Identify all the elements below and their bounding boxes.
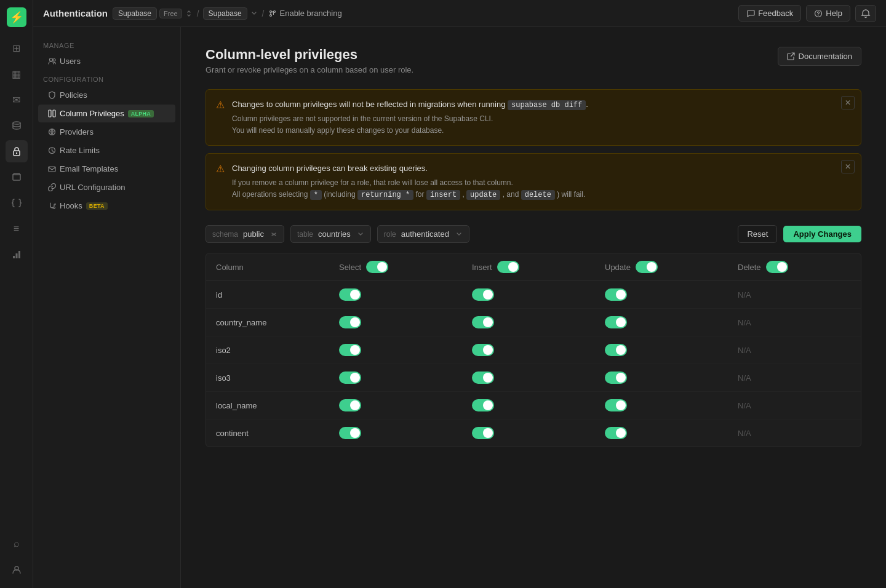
svg-rect-15: [53, 110, 55, 117]
page-header: Column-level privileges Grant or revoke …: [206, 47, 861, 74]
alert-2-desc: If you remove a column privilege for a r…: [232, 177, 851, 201]
sidebar-hooks-label: Hooks: [60, 201, 82, 210]
alert-query-warning: ⚠ Changing column privileges can break e…: [206, 153, 861, 210]
main-content: Column-level privileges Grant or revoke …: [181, 27, 886, 588]
content-area: Column-level privileges Grant or revoke …: [181, 27, 886, 588]
toggle-select-continent[interactable]: [339, 427, 361, 439]
sidebar-section-manage: Manage: [33, 37, 180, 52]
col-header-column: Column: [206, 253, 329, 280]
cell-col-local-name: local_name: [206, 394, 329, 418]
breadcrumb-sep-2: /: [262, 9, 265, 18]
alert-2-close-btn[interactable]: ✕: [841, 160, 855, 173]
branch-icon: [268, 9, 277, 18]
toggle-insert-iso3[interactable]: [472, 371, 494, 384]
sidebar-item-url-config[interactable]: URL Configuration: [38, 178, 175, 196]
toggle-select-iso2[interactable]: [339, 344, 361, 356]
users-icon: [48, 57, 56, 65]
privileges-table: Column Select Insert: [206, 253, 861, 447]
nav-profile-icon[interactable]: [6, 558, 28, 581]
toggle-select-country-name[interactable]: [339, 316, 361, 328]
svg-point-13: [53, 59, 55, 62]
warning-icon-1: ⚠: [216, 99, 225, 137]
role-selector[interactable]: role authenticated: [377, 225, 469, 243]
help-icon: [814, 9, 823, 18]
svg-point-0: [13, 122, 20, 124]
feedback-icon: [746, 9, 755, 18]
nav-table-icon[interactable]: ▦: [6, 63, 28, 85]
select-all-toggle[interactable]: [366, 261, 388, 273]
toggle-select-id[interactable]: [339, 288, 361, 301]
app-logo[interactable]: ⚡: [7, 7, 26, 27]
sidebar-item-column-privileges[interactable]: Column Privileges ALPHA: [38, 105, 175, 122]
page-header-text: Column-level privileges Grant or revoke …: [206, 47, 413, 74]
toggle-select-local-name[interactable]: [339, 399, 361, 411]
sidebar-item-rate-limits[interactable]: Rate Limits: [38, 141, 175, 159]
toggle-update-iso2[interactable]: [605, 344, 627, 356]
insert-all-toggle[interactable]: [497, 261, 519, 273]
documentation-btn[interactable]: Documentation: [778, 47, 861, 66]
nav-inbox-icon[interactable]: ✉: [6, 89, 28, 111]
sidebar: Manage Users Configuration Policies: [33, 27, 181, 588]
toggle-update-id[interactable]: [605, 288, 627, 301]
role-value: authenticated: [401, 229, 449, 239]
nav-reports-icon[interactable]: [6, 244, 28, 266]
sidebar-item-policies[interactable]: Policies: [38, 86, 175, 104]
toggle-select-iso3[interactable]: [339, 371, 361, 384]
role-label: role: [384, 230, 396, 239]
apply-changes-btn[interactable]: Apply Changes: [783, 226, 861, 242]
table-row: iso3 N/A: [206, 364, 861, 392]
sidebar-item-providers[interactable]: Providers: [38, 123, 175, 141]
nav-auth-icon[interactable]: [6, 140, 28, 162]
delete-all-toggle[interactable]: [766, 261, 788, 273]
nav-functions-icon[interactable]: [6, 192, 28, 214]
nav-logs-icon[interactable]: ≡: [6, 218, 28, 240]
toggle-insert-local-name[interactable]: [472, 399, 494, 411]
columns-icon: [48, 109, 56, 117]
svg-point-12: [50, 58, 53, 62]
sidebar-item-hooks[interactable]: Hooks BETA: [38, 197, 175, 215]
nav-storage-icon[interactable]: [6, 166, 28, 188]
help-btn[interactable]: Help: [806, 5, 850, 22]
breadcrumb-supabase-1: Supabase: [113, 7, 157, 20]
nav-database-icon[interactable]: [6, 114, 28, 137]
nav-search-icon[interactable]: ⌕: [6, 533, 28, 555]
svg-rect-14: [49, 110, 51, 117]
breadcrumb-supabase-2: Supabase: [203, 7, 247, 20]
col-header-update-label: Update: [605, 263, 631, 272]
breadcrumb-org[interactable]: Supabase: [203, 7, 258, 20]
alpha-badge: ALPHA: [128, 110, 154, 117]
cell-select-continent: [329, 419, 462, 447]
email-icon: [48, 165, 56, 173]
sidebar-providers-label: Providers: [60, 127, 94, 137]
alert-1-close-btn[interactable]: ✕: [841, 96, 855, 109]
svg-rect-4: [15, 253, 17, 258]
cell-select-iso3: [329, 364, 462, 391]
breadcrumb-project[interactable]: Supabase Free: [113, 7, 193, 20]
col-header-insert: Insert: [462, 253, 595, 280]
cell-delete-continent: N/A: [728, 421, 861, 445]
enable-branching-btn[interactable]: Enable branching: [268, 9, 342, 18]
policies-icon: [48, 91, 56, 99]
toggle-insert-country-name[interactable]: [472, 316, 494, 328]
sidebar-item-email-templates[interactable]: Email Templates: [38, 160, 175, 178]
table-row: iso2 N/A: [206, 336, 861, 364]
update-all-toggle[interactable]: [636, 261, 658, 273]
toggle-update-local-name[interactable]: [605, 399, 627, 411]
toggle-update-iso3[interactable]: [605, 371, 627, 384]
cell-update-continent: [595, 419, 728, 447]
nav-home-icon[interactable]: ⊞: [6, 37, 28, 59]
schema-selector[interactable]: schema public: [206, 225, 284, 243]
toggle-insert-id[interactable]: [472, 288, 494, 301]
notifications-btn[interactable]: [855, 5, 876, 22]
toggle-insert-continent[interactable]: [472, 427, 494, 439]
toggle-update-country-name[interactable]: [605, 316, 627, 328]
feedback-btn[interactable]: Feedback: [738, 5, 801, 22]
filter-row: schema public table countries: [206, 225, 861, 243]
sidebar-item-users[interactable]: Users: [38, 52, 175, 70]
cell-col-continent: continent: [206, 421, 329, 445]
toggle-update-continent[interactable]: [605, 427, 627, 439]
providers-icon: [48, 128, 56, 136]
reset-btn[interactable]: Reset: [738, 225, 777, 243]
table-selector[interactable]: table countries: [290, 225, 371, 243]
toggle-insert-iso2[interactable]: [472, 344, 494, 356]
